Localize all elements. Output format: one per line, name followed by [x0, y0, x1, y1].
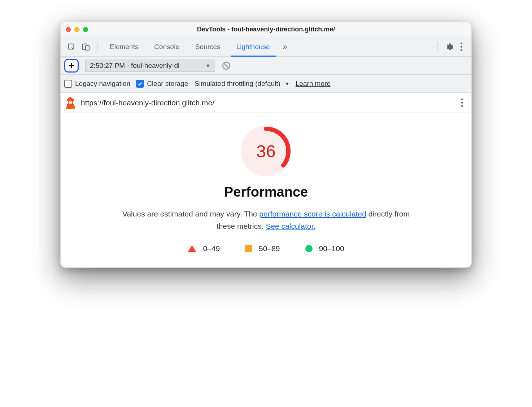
score-legend: 0–49 50–89 90–100	[69, 244, 463, 253]
tab-lighthouse[interactable]: Lighthouse	[228, 37, 278, 56]
lighthouse-options-bar: Legacy navigation Clear storage Simulate…	[61, 75, 471, 93]
window-titlebar: DevTools - foul-heavenly-direction.glitc…	[61, 22, 471, 37]
report-select-value: 2:50:27 PM - foul-heavenly-di	[90, 62, 179, 70]
tabstrip-divider-right	[437, 42, 438, 52]
throttling-dropdown[interactable]: Simulated throttling (default) ▼	[195, 80, 289, 88]
square-icon	[245, 245, 252, 252]
legend-good-label: 90–100	[319, 244, 344, 253]
svg-rect-2	[86, 45, 89, 50]
svg-rect-5	[68, 101, 73, 104]
new-report-button[interactable]	[64, 59, 79, 73]
category-title: Performance	[69, 184, 463, 200]
window-title: DevTools - foul-heavenly-direction.glitc…	[61, 26, 471, 33]
clear-storage-option[interactable]: Clear storage	[136, 80, 188, 88]
check-icon	[138, 81, 143, 86]
report-select-dropdown[interactable]: 2:50:27 PM - foul-heavenly-di ▼	[85, 60, 215, 72]
svg-marker-4	[67, 97, 74, 101]
prohibit-icon	[222, 61, 231, 70]
triangle-icon	[188, 245, 196, 252]
tabstrip-right-icons	[434, 42, 468, 52]
legacy-navigation-option[interactable]: Legacy navigation	[64, 80, 130, 88]
clear-reports-button[interactable]	[222, 61, 231, 70]
chevron-down-icon: ▼	[205, 63, 210, 69]
legacy-navigation-label: Legacy navigation	[75, 80, 130, 88]
score-calc-link[interactable]: performance score is calculated	[259, 210, 366, 218]
circle-icon	[305, 245, 313, 252]
legend-poor-label: 0–49	[203, 244, 220, 253]
see-calculator-link[interactable]: See calculator.	[266, 222, 315, 230]
tabstrip-more-menu-icon[interactable]	[456, 43, 466, 51]
panel-tabs: Elements Console Sources Lighthouse »	[102, 37, 292, 56]
lighthouse-toolbar: 2:50:27 PM - foul-heavenly-di ▼	[61, 57, 471, 75]
lighthouse-icon	[65, 97, 76, 109]
tab-console[interactable]: Console	[146, 37, 187, 56]
legend-good: 90–100	[305, 244, 344, 253]
performance-gauge: 36	[241, 126, 291, 176]
legend-avg-label: 50–89	[259, 244, 280, 253]
throttling-label: Simulated throttling (default)	[195, 80, 280, 88]
learn-more-link[interactable]: Learn more	[296, 80, 331, 88]
legend-average: 50–89	[245, 244, 280, 253]
lighthouse-report: 36 Performance Values are estimated and …	[61, 113, 471, 267]
report-url-row: https://foul-heavenly-direction.glitch.m…	[61, 93, 471, 113]
tab-elements[interactable]: Elements	[102, 37, 146, 56]
chevron-down-icon: ▼	[285, 81, 290, 87]
plus-icon	[67, 62, 75, 70]
legend-poor: 0–49	[188, 244, 220, 253]
report-menu-icon[interactable]	[457, 99, 467, 107]
settings-gear-icon[interactable]	[444, 42, 454, 52]
inspect-element-icon[interactable]	[66, 42, 77, 52]
performance-score: 36	[241, 126, 291, 176]
devtools-tabstrip: Elements Console Sources Lighthouse »	[61, 37, 471, 57]
report-url: https://foul-heavenly-direction.glitch.m…	[81, 99, 214, 107]
clear-storage-label: Clear storage	[147, 80, 188, 88]
device-toolbar-icon[interactable]	[81, 42, 91, 52]
clear-storage-checkbox[interactable]	[136, 80, 144, 88]
tabstrip-left-icons	[64, 42, 94, 52]
legacy-navigation-checkbox[interactable]	[64, 80, 72, 88]
tabs-overflow-button[interactable]: »	[278, 37, 292, 56]
report-description: Values are estimated and may vary. The p…	[118, 208, 414, 232]
tabstrip-divider	[97, 42, 98, 52]
tab-sources[interactable]: Sources	[187, 37, 228, 56]
devtools-window: DevTools - foul-heavenly-direction.glitc…	[60, 22, 472, 268]
desc-text-1: Values are estimated and may vary. The	[122, 210, 259, 218]
